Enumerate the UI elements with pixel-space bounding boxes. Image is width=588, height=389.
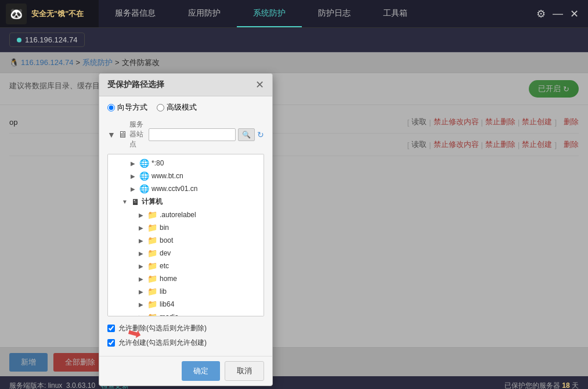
nav-app-protect[interactable]: 应用防护 <box>172 0 237 27</box>
modal-footer: 确定 取消 <box>99 356 272 386</box>
tree-item-home[interactable]: ▶ 📁 home <box>108 272 264 285</box>
wizard-mode-radio[interactable] <box>107 104 115 111</box>
expand-dev: ▶ <box>137 249 145 257</box>
tree-item-80[interactable]: ▶ 🌐 *:80 <box>108 157 264 170</box>
nav-server-info[interactable]: 服务器信息 <box>99 0 172 27</box>
expand-cctv: ▶ <box>129 185 137 193</box>
expand-lib: ▶ <box>137 287 145 296</box>
tree-item-boot[interactable]: ▶ 📁 boot <box>108 234 264 247</box>
tree-search-button[interactable]: 🔍 <box>238 128 255 141</box>
tree-item-cctv[interactable]: ▶ 🌐 www.cctv01.cn <box>108 182 264 195</box>
wizard-mode-option[interactable]: 向导方式 <box>107 102 147 113</box>
status-bar: 服务端版本: linux_3.0.63.10 检查更新 已保护您的服务器 18 … <box>0 376 588 389</box>
logo-text: 安全无"饿"不在 <box>31 9 84 19</box>
nav-sys-protect[interactable]: 系统防护 <box>237 0 302 27</box>
expand-80: ▶ <box>129 159 137 167</box>
tree-search-input[interactable] <box>149 128 236 141</box>
expand-bt: ▶ <box>129 172 137 180</box>
mode-selector: 向导方式 高级模式 <box>107 102 264 113</box>
expand-media: ▶ <box>137 313 145 316</box>
expand-bin: ▶ <box>137 224 145 232</box>
server-badge[interactable]: 116.196.124.74 <box>9 33 85 47</box>
confirm-button[interactable]: 确定 <box>182 361 220 381</box>
protected-unit: 天 <box>572 381 579 390</box>
protection-info: 已保护您的服务器 18 天 <box>504 381 579 390</box>
close-icon[interactable]: ✕ <box>570 8 579 20</box>
allow-delete-checkbox[interactable] <box>107 325 115 332</box>
expand-home: ▶ <box>137 275 145 283</box>
tree-root-label: 服务器站点 <box>129 120 144 149</box>
main-area: 🐧 116.196.124.74 > 系统防护 > 文件防篡改 建议将数据库目录… <box>0 52 588 376</box>
tree-item-computer[interactable]: ▼ 🖥 计算机 <box>108 195 264 208</box>
logo-area: 🐼 安全无"饿"不在 <box>0 0 99 27</box>
modal-dialog: 受保护路径选择 ✕ 向导方式 高级模式 <box>99 73 273 386</box>
expand-computer: ▼ <box>121 198 129 206</box>
modal-close-button[interactable]: ✕ <box>255 80 264 90</box>
top-navbar: 🐼 安全无"饿"不在 服务器信息 应用防护 系统防护 防护日志 工具箱 ⚙ — … <box>0 0 588 28</box>
allow-create-checkbox[interactable] <box>107 339 115 347</box>
tree-item-lib64[interactable]: ▶ 📁 lib64 <box>108 298 264 311</box>
tree-item-bin[interactable]: ▶ 📁 bin <box>108 221 264 234</box>
expand-lib64: ▶ <box>137 300 145 308</box>
nav-toolbox[interactable]: 工具箱 <box>367 0 424 27</box>
protected-text: 已保护您的服务器 <box>504 381 560 390</box>
tree-item-etc[interactable]: ▶ 📁 etc <box>108 260 264 272</box>
nav-items: 服务器信息 应用防护 系统防护 防护日志 工具箱 <box>99 0 527 27</box>
status-dot <box>17 38 21 42</box>
advanced-mode-option[interactable]: 高级模式 <box>157 102 197 113</box>
tree-container[interactable]: ▶ 🌐 *:80 ▶ 🌐 www.bt.cn ▶ 🌐 www.cc <box>107 154 264 316</box>
modal-overlay: ➡ 受保护路径选择 ✕ 向导方式 高级模式 <box>0 52 588 376</box>
nav-protect-log[interactable]: 防护日志 <box>302 0 367 27</box>
tree-item-lib[interactable]: ▶ 📁 lib <box>108 285 264 298</box>
tree-item-media[interactable]: ▶ 📁 media <box>108 311 264 316</box>
tree-item-dev[interactable]: ▶ 📁 dev <box>108 247 264 260</box>
protected-days: 18 <box>562 381 569 390</box>
cancel-button[interactable]: 取消 <box>225 361 264 381</box>
tree-section: ▼ 🖥 服务器站点 🔍 ↻ ▶ 🌐 *:80 <box>107 120 264 316</box>
tree-refresh-button[interactable]: ↻ <box>257 130 264 139</box>
expand-autorelabel: ▶ <box>137 211 145 219</box>
modal-header: 受保护路径选择 ✕ <box>99 74 272 96</box>
expand-boot: ▶ <box>137 236 145 244</box>
logo-icon: 🐼 <box>6 3 27 24</box>
expand-etc: ▶ <box>137 262 145 270</box>
modal-body: 向导方式 高级模式 ▼ 🖥 服务器站点 <box>99 96 272 356</box>
tree-search-bar: ▼ 🖥 服务器站点 🔍 ↻ <box>107 120 264 149</box>
modal-title: 受保护路径选择 <box>107 80 164 90</box>
nav-right: ⚙ — ✕ <box>527 8 588 20</box>
tree-item-bt[interactable]: ▶ 🌐 www.bt.cn <box>108 170 264 182</box>
tree-item-autorelabel[interactable]: ▶ 📁 .autorelabel <box>108 208 264 221</box>
version-label: 服务端版本: linux_3.0.63.10 <box>9 381 95 390</box>
settings-icon[interactable]: ⚙ <box>536 8 546 20</box>
minimize-icon[interactable]: — <box>553 8 563 20</box>
server-bar: 116.196.124.74 <box>0 28 588 52</box>
server-ip: 116.196.124.74 <box>25 35 77 44</box>
advanced-mode-radio[interactable] <box>157 104 164 111</box>
